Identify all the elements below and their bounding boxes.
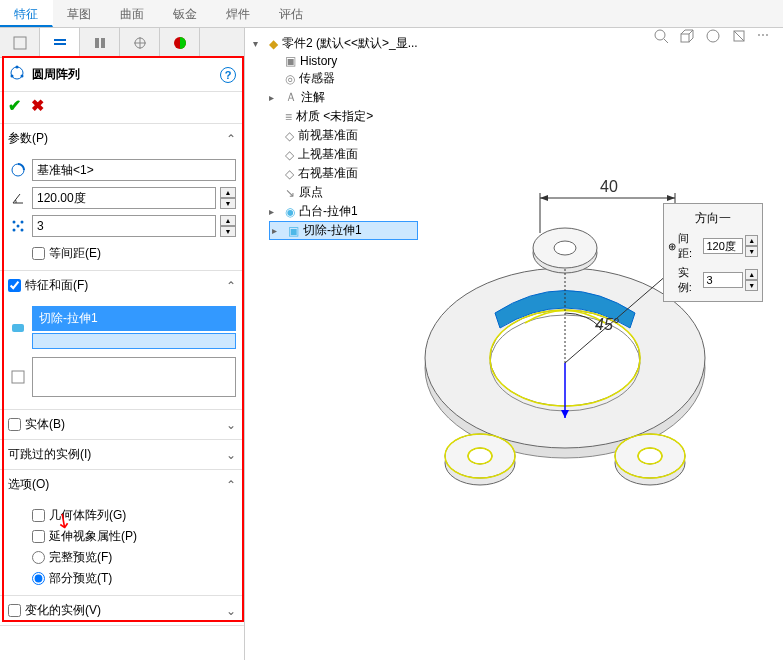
section-features[interactable]: 特征和面(F)⌃ [0,271,244,300]
section-vary[interactable]: 变化的实例(V)⌄ [0,596,244,625]
section-view-icon[interactable] [731,28,749,46]
help-icon[interactable]: ? [220,67,236,83]
ok-button[interactable]: ✔ [8,96,21,115]
tree-label: 注解 [301,89,325,106]
svg-point-25 [707,30,719,42]
tree-history[interactable]: ▣History [269,53,418,69]
material-icon: ≡ [285,110,292,124]
plane-icon: ◇ [285,129,294,143]
angle-down[interactable]: ▼ [220,198,236,209]
face-selection-list[interactable] [32,357,236,397]
tab-config[interactable] [80,28,120,58]
section-skip-label: 可跳过的实例(I) [8,446,91,463]
ribbon-tab-sheetmetal[interactable]: 钣金 [159,0,212,27]
selected-feature[interactable]: 切除-拉伸1 [32,306,236,331]
svg-point-17 [13,229,16,232]
tree-label: 凸台-拉伸1 [299,203,358,220]
face-select-icon [8,367,28,387]
graphics-viewport[interactable]: ⋯ ▾◆零件2 (默认<<默认>_显... ▣History ◎传感器 ▸Ａ注解… [245,28,783,660]
origin-icon: ↘ [285,186,295,200]
tree-front-plane[interactable]: ◇前视基准面 [269,126,418,145]
callout-spacing-input[interactable] [703,238,743,254]
cancel-button[interactable]: ✖ [31,96,44,115]
spacing-label: 间距: [678,231,701,261]
ribbon-tabs: 特征 草图 曲面 钣金 焊件 评估 [0,0,783,28]
equal-spacing-checkbox[interactable] [32,247,45,260]
tab-appearance[interactable] [160,28,200,58]
tree-label: 右视基准面 [298,165,358,182]
chevron-down-icon: ⌄ [226,604,236,618]
partial-preview-radio[interactable] [32,572,45,585]
tree-root-label: 零件2 (默认<<默认>_显... [282,35,418,52]
angle-up[interactable]: ▲ [220,187,236,198]
part-icon: ◆ [269,37,278,51]
section-bodies[interactable]: 实体(B)⌄ [0,410,244,439]
more-icon[interactable]: ⋯ [757,28,775,46]
lock-icon[interactable]: ⊕ [668,241,676,252]
in-up[interactable]: ▲ [745,269,758,280]
feature-select-icon [8,318,28,338]
ribbon-tab-sketch[interactable]: 草图 [53,0,106,27]
chevron-up-icon: ⌃ [226,478,236,492]
vary-enable-checkbox[interactable] [8,604,21,617]
display-style-icon[interactable] [705,28,723,46]
geometry-pattern-checkbox[interactable] [32,509,45,522]
annotation-icon: Ａ [285,89,297,106]
tree-top-plane[interactable]: ◇上视基准面 [269,145,418,164]
tab-feature-tree[interactable] [0,28,40,58]
tree-annotations[interactable]: ▸Ａ注解 [269,88,418,107]
chevron-down-icon: ⌄ [226,418,236,432]
section-params[interactable]: 参数(P)⌃ [0,124,244,153]
tree-label: 材质 <未指定> [296,108,373,125]
svg-rect-2 [54,43,66,45]
pm-title: 圆周阵列 [32,66,220,83]
svg-point-16 [21,221,24,224]
ribbon-tab-surfaces[interactable]: 曲面 [106,0,159,27]
sp-up[interactable]: ▲ [745,235,758,246]
dimension-40[interactable]: 40 [600,178,618,196]
tree-label: 原点 [299,184,323,201]
sp-down[interactable]: ▼ [745,246,758,257]
tree-sensors[interactable]: ◎传感器 [269,69,418,88]
ribbon-tab-features[interactable]: 特征 [0,0,53,27]
section-features-label: 特征和面(F) [25,277,88,294]
geometry-pattern-label: 几何体阵列(G) [49,507,126,524]
dimension-45deg[interactable]: 45° [595,316,619,334]
instances-input[interactable] [32,215,216,237]
plane-icon: ◇ [285,148,294,162]
ribbon-tab-evaluate[interactable]: 评估 [265,0,318,27]
features-enable-checkbox[interactable] [8,279,21,292]
in-down[interactable]: ▼ [745,280,758,291]
chevron-up-icon: ⌃ [226,279,236,293]
svg-point-19 [17,225,20,228]
instances-icon [8,216,28,236]
svg-line-23 [664,39,668,43]
tree-material[interactable]: ≡材质 <未指定> [269,107,418,126]
ribbon-tab-weldments[interactable]: 焊件 [212,0,265,27]
callout-title: 方向一 [668,208,758,229]
section-skip[interactable]: 可跳过的实例(I)⌄ [0,440,244,469]
section-bodies-label: 实体(B) [25,416,65,433]
section-options[interactable]: 选项(O)⌃ [0,470,244,499]
axis-input[interactable] [32,159,236,181]
svg-point-12 [21,75,24,78]
callout-instances-input[interactable] [703,272,743,288]
bodies-enable-checkbox[interactable] [8,418,21,431]
tab-dimxpert[interactable] [120,28,160,58]
svg-point-15 [13,221,16,224]
count-up[interactable]: ▲ [220,215,236,226]
full-preview-radio[interactable] [32,551,45,564]
panel-tab-strip [0,28,244,58]
view-orientation-icon[interactable] [679,28,697,46]
propagate-checkbox[interactable] [32,530,45,543]
zoom-fit-icon[interactable] [653,28,671,46]
direction-callout[interactable]: 方向一 ⊕间距:▲▼ 实例:▲▼ [663,203,763,302]
svg-point-22 [655,30,665,40]
tab-property-manager[interactable] [40,28,80,58]
svg-rect-20 [12,324,24,332]
tree-label: 前视基准面 [298,127,358,144]
instances-label: 实例: [678,265,702,295]
tree-root[interactable]: ▾◆零件2 (默认<<默认>_显... [253,34,418,53]
angle-input[interactable] [32,187,216,209]
count-down[interactable]: ▼ [220,226,236,237]
